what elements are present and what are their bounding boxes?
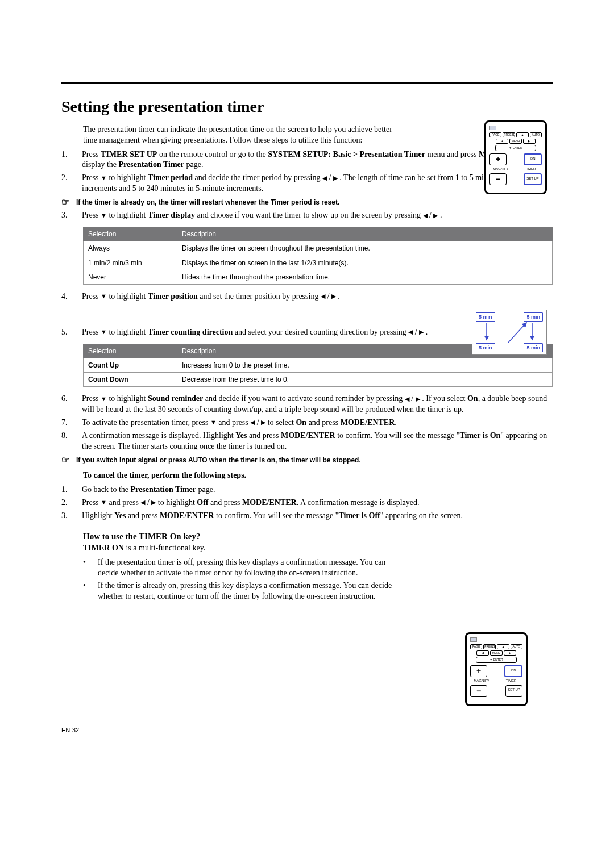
timer-display-table: SelectionDescriptionAlwaysDisplays the t… bbox=[83, 227, 553, 285]
table-row: Count DownDecrease from the preset time … bbox=[84, 373, 553, 387]
timer-position-illustration: 5 min 5 min 5 min 5 min bbox=[472, 310, 547, 355]
intro-paragraph: The presentation timer can indicate the … bbox=[83, 124, 401, 146]
timer-on-sub: TIMER ON is a multi-functional key. bbox=[83, 543, 553, 554]
table-row: AlwaysDisplays the timer on screen throu… bbox=[84, 241, 553, 256]
page-number: EN-32 bbox=[61, 726, 79, 735]
svg-line-1 bbox=[508, 323, 526, 343]
step-item: 6.Press ▼ to highlight Sound reminder an… bbox=[61, 394, 553, 415]
bullet-item: •If the presentation timer is off, press… bbox=[83, 557, 553, 579]
cancel-steps-list: 1.Go back to the Presentation Timer page… bbox=[61, 485, 553, 521]
table-row: Count UpIncreases from 0 to the preset t… bbox=[84, 358, 553, 372]
heading-h1: Setting the presentation timer bbox=[61, 96, 553, 118]
step-item: 1.Press TIMER SET UP on the remote contr… bbox=[61, 149, 553, 171]
remote-illustration-bottom: PAGE FREEZE ▲ AUTO ◀ MENU ▶ ▼ ENTER + ON… bbox=[465, 632, 528, 706]
top-rule bbox=[61, 82, 553, 84]
note-2: ☞ If you switch input signal or press AU… bbox=[61, 456, 553, 465]
step-item: 8.A confirmation message is displayed. H… bbox=[61, 431, 553, 452]
step-item: 2.Press ▼ and press ◀ / ▶ to highlight O… bbox=[61, 498, 553, 508]
timer-on-bullets: •If the presentation timer is off, press… bbox=[83, 557, 553, 603]
note-icon: ☞ bbox=[61, 198, 76, 207]
table-header: Selection bbox=[84, 227, 177, 241]
note-1: ☞ If the timer is already on, the timer … bbox=[61, 198, 553, 207]
step-item: 7.To activate the presentation timer, pr… bbox=[61, 418, 553, 428]
bullet-item: •If the timer is already on, pressing th… bbox=[83, 581, 553, 602]
step-item: 3.Highlight Yes and press MODE/ENTER to … bbox=[61, 511, 553, 521]
remote-illustration-top: PAGE FREEZE ▲ AUTO ◀ MENU ▶ ▼ ENTER + ON… bbox=[484, 120, 547, 194]
cancel-heading: To cancel the timer, perform the followi… bbox=[83, 470, 553, 481]
step-item: 2.Press ▼ to highlight Timer period and … bbox=[61, 173, 553, 194]
steps-list-2: 6.Press ▼ to highlight Sound reminder an… bbox=[61, 394, 553, 452]
table-row: 1 min/2 min/3 minDisplays the timer on s… bbox=[84, 256, 553, 270]
table-header: Selection bbox=[84, 344, 177, 358]
steps-list-1: 1.Press TIMER SET UP on the remote contr… bbox=[61, 149, 553, 195]
timer-on-heading: How to use the TIMER On key? bbox=[83, 531, 553, 542]
step-item: 3.Press ▼ to highlight Timer display and… bbox=[61, 210, 553, 221]
step-3: 3.Press ▼ to highlight Timer display and… bbox=[61, 210, 553, 221]
table-header: Description bbox=[177, 227, 553, 241]
step-4: 4.Press ▼ to highlight Timer position an… bbox=[61, 291, 553, 302]
step-item: 1.Go back to the Presentation Timer page… bbox=[61, 485, 553, 495]
step-item: 4.Press ▼ to highlight Timer position an… bbox=[61, 291, 553, 302]
table-row: NeverHides the timer throughout the pres… bbox=[84, 270, 553, 284]
note-icon: ☞ bbox=[61, 456, 76, 465]
